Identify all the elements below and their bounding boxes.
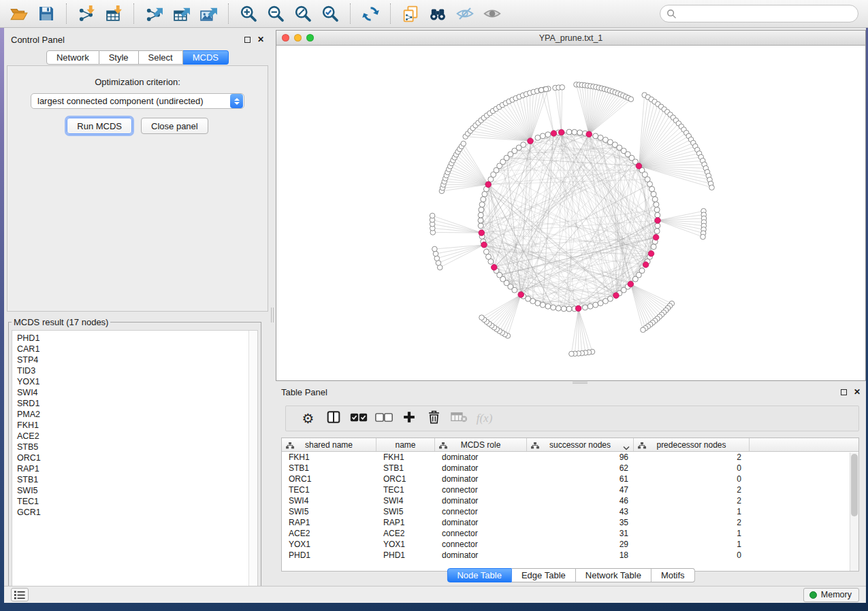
select-all-button[interactable]: [346, 408, 371, 429]
mcds-result-item[interactable]: FKH1: [17, 420, 257, 431]
task-history-button[interactable]: [11, 588, 29, 601]
cell-successor-nodes[interactable]: 31: [527, 529, 634, 538]
network-node[interactable]: [577, 130, 583, 135]
mcds-result-item[interactable]: SRD1: [17, 398, 257, 409]
network-node[interactable]: [556, 306, 561, 311]
mcds-dominator-node[interactable]: [485, 182, 492, 188]
zoom-out-button[interactable]: [262, 2, 289, 25]
network-node[interactable]: [482, 191, 487, 197]
first-neighbors-button[interactable]: [424, 2, 451, 25]
cell-predecessor-nodes[interactable]: 0: [634, 550, 750, 560]
cell-shared-name[interactable]: ORC1: [282, 474, 376, 484]
import-table-button[interactable]: [100, 2, 127, 25]
cell-shared-name[interactable]: YOX1: [282, 540, 376, 549]
network-node[interactable]: [593, 302, 598, 308]
mcds-result-item[interactable]: RAP1: [17, 463, 257, 474]
network-node[interactable]: [478, 223, 483, 229]
cell-MCDS-role[interactable]: dominator: [435, 518, 527, 527]
mcds-result-item[interactable]: STB5: [17, 442, 257, 452]
zoom-selected-button[interactable]: [317, 2, 344, 25]
network-node[interactable]: [535, 135, 541, 140]
settings-button[interactable]: ⚙: [295, 408, 321, 429]
column-header-name[interactable]: name: [376, 438, 435, 451]
network-node[interactable]: [540, 133, 545, 139]
cell-MCDS-role[interactable]: dominator: [435, 463, 527, 473]
network-node[interactable]: [572, 129, 577, 135]
tab-edge-table[interactable]: Edge Table: [512, 568, 576, 582]
mcds-dominator-node[interactable]: [481, 242, 487, 248]
network-node[interactable]: [709, 185, 715, 191]
cell-name[interactable]: ORC1: [376, 474, 435, 484]
table-row[interactable]: FKH1FKH1dominator962: [282, 452, 858, 463]
network-node[interactable]: [551, 305, 556, 310]
cell-MCDS-role[interactable]: connector: [435, 529, 527, 538]
mcds-result-item[interactable]: SWI5: [17, 485, 257, 496]
network-node[interactable]: [628, 97, 634, 102]
network-node[interactable]: [432, 246, 438, 252]
cell-name[interactable]: PHD1: [376, 550, 435, 560]
network-node[interactable]: [566, 306, 572, 312]
network-node[interactable]: [654, 202, 659, 208]
table-row[interactable]: YOX1YOX1connector291: [282, 539, 858, 550]
cell-successor-nodes[interactable]: 46: [527, 496, 634, 506]
save-button[interactable]: [33, 2, 60, 25]
cell-predecessor-nodes[interactable]: 1: [634, 529, 750, 538]
cell-predecessor-nodes[interactable]: 2: [634, 518, 750, 527]
tab-network-table[interactable]: Network Table: [576, 568, 652, 582]
cell-name[interactable]: SWI4: [376, 496, 435, 506]
mcds-result-item[interactable]: PHD1: [17, 333, 257, 344]
cell-shared-name[interactable]: FKH1: [282, 452, 376, 462]
close-panel-button[interactable]: Close panel: [141, 118, 208, 134]
network-node[interactable]: [543, 86, 549, 92]
mcds-result-item[interactable]: STP4: [17, 354, 257, 365]
table-row[interactable]: SWI5SWI5connector431: [282, 506, 858, 517]
network-node[interactable]: [539, 88, 544, 93]
mcds-list-scrollbar[interactable]: [248, 331, 257, 592]
cell-successor-nodes[interactable]: 18: [527, 550, 634, 560]
mcds-result-item[interactable]: GCR1: [17, 507, 257, 518]
network-node[interactable]: [560, 85, 565, 90]
mcds-dominator-node[interactable]: [528, 138, 534, 144]
cell-predecessor-nodes[interactable]: 1: [634, 507, 750, 516]
mcds-result-item[interactable]: YOX1: [17, 376, 257, 387]
network-node[interactable]: [701, 234, 706, 240]
mcds-dominator-node[interactable]: [628, 281, 634, 287]
cell-predecessor-nodes[interactable]: 1: [634, 540, 750, 549]
network-node[interactable]: [535, 301, 541, 306]
network-node[interactable]: [483, 249, 489, 254]
network-node[interactable]: [582, 305, 588, 310]
network-node[interactable]: [566, 129, 572, 135]
network-node[interactable]: [481, 197, 486, 202]
table-scrollbar-thumb[interactable]: [851, 454, 858, 516]
zoom-fit-button[interactable]: [289, 2, 317, 25]
mcds-dominator-node[interactable]: [643, 262, 649, 268]
network-node[interactable]: [521, 142, 526, 148]
mcds-dominator-node[interactable]: [492, 265, 498, 271]
network-node[interactable]: [641, 327, 646, 333]
network-node[interactable]: [479, 207, 484, 212]
cell-shared-name[interactable]: TEC1: [282, 485, 376, 495]
cell-name[interactable]: FKH1: [376, 452, 435, 462]
cell-predecessor-nodes[interactable]: 2: [634, 452, 750, 462]
delete-row-button[interactable]: [421, 408, 447, 429]
table-scrollbar[interactable]: [850, 452, 858, 571]
column-header-predecessor-nodes[interactable]: predecessor nodes: [634, 438, 750, 451]
network-canvas[interactable]: [276, 46, 865, 380]
network-node[interactable]: [632, 276, 638, 282]
cell-name[interactable]: TEC1: [376, 485, 435, 495]
split-columns-button[interactable]: [321, 408, 346, 429]
mcds-result-item[interactable]: ORC1: [17, 452, 257, 463]
cell-shared-name[interactable]: SWI5: [282, 507, 376, 516]
cell-successor-nodes[interactable]: 29: [527, 540, 634, 549]
cell-successor-nodes[interactable]: 61: [527, 474, 634, 484]
network-node[interactable]: [655, 212, 660, 218]
network-node[interactable]: [652, 197, 658, 202]
network-node[interactable]: [655, 223, 660, 229]
network-node[interactable]: [479, 315, 485, 320]
mcds-dominator-node[interactable]: [655, 218, 661, 224]
network-node[interactable]: [545, 303, 551, 309]
network-node[interactable]: [433, 251, 438, 257]
mcds-dominator-node[interactable]: [586, 131, 592, 137]
column-header-successor-nodes[interactable]: successor nodes: [527, 438, 634, 451]
mcds-result-item[interactable]: SWI4: [17, 387, 257, 398]
